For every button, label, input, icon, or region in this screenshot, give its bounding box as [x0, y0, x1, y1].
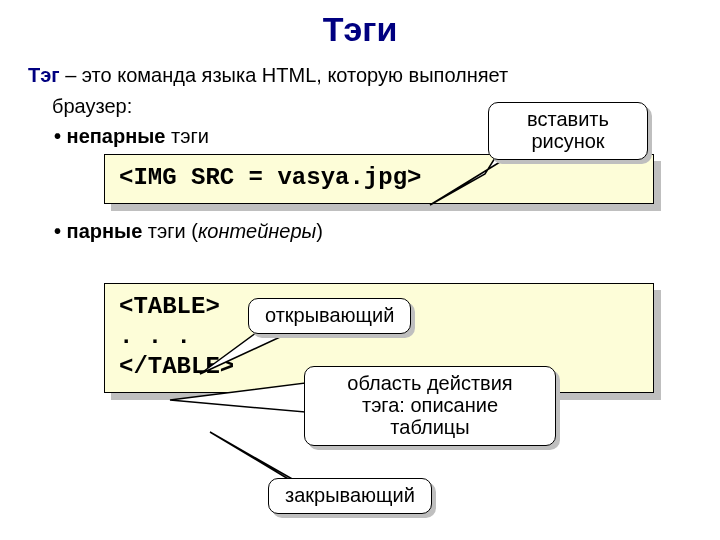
callout-area-l2: тэга: описание	[362, 394, 498, 416]
code2-l1: <TABLE>	[119, 293, 220, 320]
bullet2-italic: контейнеры	[198, 220, 316, 242]
intro-text: Тэг – это команда языка HTML, которую вы…	[28, 63, 692, 88]
bullet-paired: парные тэги (контейнеры)	[54, 220, 692, 243]
bullet1-bold: непарные	[67, 125, 166, 147]
callout-insert-l2: рисунок	[531, 130, 604, 152]
intro-lead: Тэг	[28, 64, 60, 86]
callout-area-l1: область действия	[347, 372, 512, 394]
callout-opening-tag: открывающий	[248, 298, 411, 334]
code2-l3: </TABLE>	[119, 353, 234, 380]
code-text-1: <IMG SRC = vasya.jpg>	[104, 154, 654, 204]
callout-closing-tag: закрывающий	[268, 478, 432, 514]
callout-area-l3: таблицы	[390, 416, 469, 438]
bullet2-bold: парные	[67, 220, 143, 242]
intro-rest: – это команда языка HTML, которую выполн…	[60, 64, 509, 86]
page-title: Тэги	[0, 10, 720, 49]
callout-insert-image: вставить рисунок	[488, 102, 648, 160]
bullet2-rest: тэги (	[142, 220, 198, 242]
code2-l2: . . .	[119, 323, 191, 350]
bullet1-rest: тэги	[165, 125, 208, 147]
callout-tag-scope: область действия тэга: описание таблицы	[304, 366, 556, 446]
code-block-1: <IMG SRC = vasya.jpg>	[104, 154, 654, 204]
callout-insert-l1: вставить	[527, 108, 609, 130]
bullet2-close: )	[316, 220, 323, 242]
